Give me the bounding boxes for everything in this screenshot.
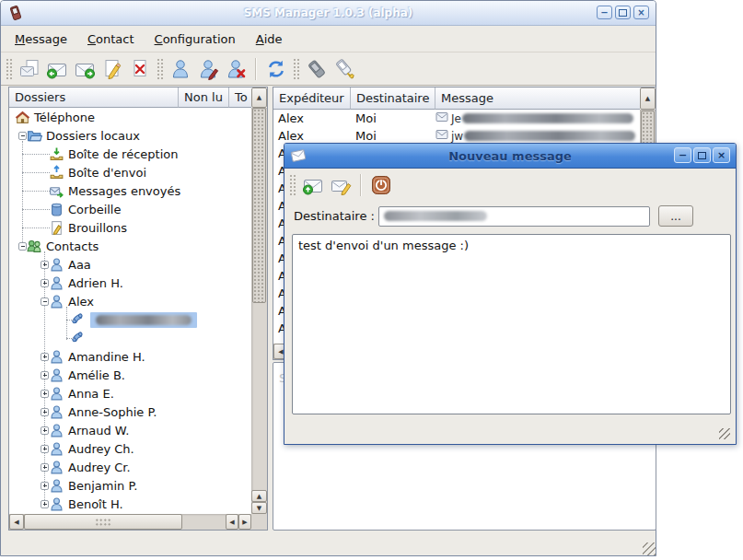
main-titlebar[interactable]: SMS Manager 1.0.3 (alpha) − × xyxy=(1,1,656,26)
tree-item-benoit-h[interactable]: Benoît H. xyxy=(9,495,251,513)
add-contact-button[interactable] xyxy=(167,55,194,83)
scroll-down-button[interactable]: ▼ xyxy=(251,502,267,514)
main-window-controls: − × xyxy=(594,6,649,19)
refresh-button[interactable] xyxy=(262,55,290,83)
column-header-destinataire[interactable]: Destinataire xyxy=(351,88,435,110)
message-text-fragment: Je xyxy=(451,112,461,125)
tree-item-messages-envoyes[interactable]: Messages envoyés xyxy=(9,181,251,200)
expand-icon[interactable] xyxy=(41,261,49,269)
tree-item-corbeille[interactable]: Corbeille xyxy=(9,200,251,218)
tree-item-amandine-h[interactable]: Amandine H. xyxy=(9,347,251,366)
tree-item-anne-sophie-p[interactable]: Anne-Sophie P. xyxy=(9,402,251,421)
tree-item-arnaud-w[interactable]: Arnaud W. xyxy=(9,421,251,439)
expand-icon[interactable] xyxy=(41,353,49,361)
send-new-message-button[interactable] xyxy=(299,171,327,199)
scroll-up-button[interactable]: ▲ xyxy=(251,88,267,108)
tree-item-benjamin-p[interactable]: Benjamin P. xyxy=(9,476,251,495)
menu-configuration[interactable]: Configuration xyxy=(146,29,244,50)
expand-icon[interactable] xyxy=(41,408,49,416)
expand-icon[interactable] xyxy=(41,371,49,379)
minimize-button[interactable]: − xyxy=(597,6,612,19)
message-row[interactable]: AlexMoiJe xyxy=(273,110,640,127)
expand-icon[interactable] xyxy=(41,463,49,472)
tree-item-boite-d-envoi[interactable]: Boîte d'envoi xyxy=(9,163,251,181)
expand-icon[interactable] xyxy=(41,500,49,508)
receive-message-button[interactable] xyxy=(43,55,71,83)
expand-icon[interactable] xyxy=(41,279,49,287)
expand-icon[interactable] xyxy=(41,390,49,398)
edit-contact-button[interactable] xyxy=(194,55,222,83)
scroll-left-button[interactable]: ◀ xyxy=(226,514,238,530)
tree-item-brouillons[interactable]: Brouillons xyxy=(9,218,251,237)
tree-connector-stub xyxy=(22,209,50,211)
tree-item-label: Anna E. xyxy=(68,387,114,401)
phone-connect-button[interactable] xyxy=(331,55,358,83)
dialog-titlebar[interactable]: Nouveau message − × xyxy=(284,144,736,169)
tree-item-telephone[interactable]: Téléphone xyxy=(9,108,251,126)
edit-message-button[interactable] xyxy=(99,55,126,83)
close-button[interactable]: × xyxy=(633,6,649,19)
tree-item-phone-number[interactable] xyxy=(9,329,251,347)
browse-contacts-button[interactable]: ... xyxy=(658,205,693,227)
scrollbar-thumb[interactable] xyxy=(252,108,266,303)
new-message-button[interactable] xyxy=(16,55,43,83)
minimize-button[interactable]: − xyxy=(674,147,691,163)
tree-item-audrey-cr[interactable]: Audrey Cr. xyxy=(9,458,251,476)
menu-message[interactable]: Message xyxy=(6,29,75,50)
tree-item-adrien-h[interactable]: Adrien H. xyxy=(9,274,251,292)
tree-item-contacts[interactable]: Contacts xyxy=(9,237,251,255)
scroll-left-button[interactable]: ◀ xyxy=(9,514,24,530)
column-header-expediteur[interactable]: Expéditeur xyxy=(273,88,351,110)
maximize-button[interactable] xyxy=(693,147,711,163)
recipient-input[interactable] xyxy=(378,206,650,227)
recipient-cell: Moi xyxy=(351,129,435,143)
tree-item-alex[interactable]: Alex xyxy=(9,292,251,310)
desktop: { "colors": { "dialog_titlebar_blue": "#… xyxy=(0,0,743,560)
phone-disconnect-button[interactable] xyxy=(303,55,331,83)
selected-phone-number[interactable] xyxy=(90,312,197,328)
delete-message-button[interactable] xyxy=(126,55,154,83)
collapse-icon[interactable] xyxy=(41,298,49,306)
window-resize-grip[interactable] xyxy=(643,542,656,555)
scroll-up-button[interactable]: ▲ xyxy=(640,88,656,110)
dialog-toolbar xyxy=(284,169,736,202)
tree-item-boite-de-reception[interactable]: Boîte de réception xyxy=(9,145,251,163)
close-power-button[interactable] xyxy=(367,171,395,199)
tree-item-label: Boîte d'envoi xyxy=(68,166,146,180)
tree-item-aaa[interactable]: Aaa xyxy=(9,255,251,274)
folders-horizontal-scrollbar[interactable]: ◀ ◀ ▶ xyxy=(9,514,267,530)
column-header-total[interactable]: To xyxy=(229,88,251,108)
toolbar-grip xyxy=(293,58,300,80)
save-draft-button[interactable] xyxy=(327,171,354,199)
tree-item-phone-number[interactable] xyxy=(9,310,251,329)
close-button[interactable]: × xyxy=(713,147,730,163)
column-header-message[interactable]: Message xyxy=(435,88,640,110)
menu-aide[interactable]: Aide xyxy=(248,29,291,50)
person-icon xyxy=(49,257,64,273)
delete-contact-icon xyxy=(225,58,247,80)
expand-icon[interactable] xyxy=(41,445,49,453)
collapse-icon[interactable] xyxy=(18,242,27,251)
expand-icon[interactable] xyxy=(41,426,49,435)
send-message-button[interactable] xyxy=(71,55,99,83)
expand-icon[interactable] xyxy=(41,482,49,490)
menu-contact[interactable]: Contact xyxy=(79,29,143,50)
column-header-dossiers[interactable]: Dossiers xyxy=(9,88,179,108)
scrollbar-thumb[interactable] xyxy=(24,514,182,530)
tree-item-anna-e[interactable]: Anna E. xyxy=(9,384,251,402)
maximize-button[interactable] xyxy=(615,6,631,19)
tree-item-dossiers-locaux[interactable]: Dossiers locaux xyxy=(9,126,251,145)
folders-vertical-scrollbar[interactable]: ▲ ▼ xyxy=(251,108,267,514)
collapse-icon[interactable] xyxy=(18,132,27,140)
scroll-right-button[interactable]: ▶ xyxy=(238,514,251,530)
column-header-non-lu[interactable]: Non lu xyxy=(179,88,229,108)
delete-contact-button[interactable] xyxy=(222,55,250,83)
toolbar-grip xyxy=(6,58,13,80)
tree-item-audrey-ch[interactable]: Audrey Ch. xyxy=(9,439,251,458)
dialog-resize-grip[interactable] xyxy=(719,428,730,439)
toolbar-separator xyxy=(360,174,362,196)
scroll-up-button[interactable]: ▲ xyxy=(251,490,267,502)
tree-connector-stub xyxy=(22,191,50,192)
message-body-textarea[interactable]: test d'envoi d'un message :) xyxy=(292,234,731,414)
tree-item-amelie-b[interactable]: Amélie B. xyxy=(9,366,251,384)
